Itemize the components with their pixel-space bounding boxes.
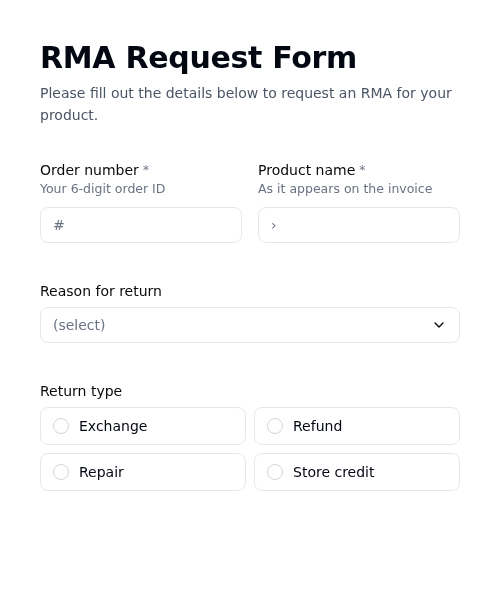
order-number-description: Your 6-digit order ID xyxy=(40,180,242,199)
return-type-option-exchange[interactable]: Exchange xyxy=(40,407,246,445)
order-number-field: Order number * Your 6-digit order ID xyxy=(40,162,242,243)
chevron-down-icon xyxy=(431,317,447,333)
product-name-label-text: Product name xyxy=(258,162,355,178)
radio-indicator-icon xyxy=(53,418,69,434)
order-number-label: Order number * xyxy=(40,162,242,178)
return-type-option-label: Repair xyxy=(79,464,124,480)
product-name-description: As it appears on the invoice xyxy=(258,180,460,199)
return-type-section: Return type Exchange Refund Repair Store… xyxy=(40,383,460,491)
required-asterisk: * xyxy=(143,163,149,177)
order-number-label-text: Order number xyxy=(40,162,139,178)
reason-select-placeholder: (select) xyxy=(53,317,106,333)
product-name-label: Product name * xyxy=(258,162,460,178)
return-type-option-refund[interactable]: Refund xyxy=(254,407,460,445)
return-type-label: Return type xyxy=(40,383,460,399)
reason-section: Reason for return (select) xyxy=(40,283,460,343)
return-type-option-repair[interactable]: Repair xyxy=(40,453,246,491)
order-number-input[interactable] xyxy=(40,207,242,243)
radio-indicator-icon xyxy=(267,418,283,434)
return-type-option-label: Store credit xyxy=(293,464,374,480)
reason-select[interactable]: (select) xyxy=(40,307,460,343)
reason-label: Reason for return xyxy=(40,283,460,299)
return-type-radiogroup: Exchange Refund Repair Store credit xyxy=(40,407,460,491)
radio-indicator-icon xyxy=(53,464,69,480)
order-product-row: Order number * Your 6-digit order ID Pro… xyxy=(40,162,460,243)
page-subtitle: Please fill out the details below to req… xyxy=(40,83,460,126)
product-name-input[interactable] xyxy=(258,207,460,243)
return-type-option-store-credit[interactable]: Store credit xyxy=(254,453,460,491)
product-name-field: Product name * As it appears on the invo… xyxy=(258,162,460,243)
return-type-option-label: Exchange xyxy=(79,418,147,434)
radio-indicator-icon xyxy=(267,464,283,480)
page-title: RMA Request Form xyxy=(40,40,460,75)
required-asterisk: * xyxy=(359,163,365,177)
return-type-option-label: Refund xyxy=(293,418,342,434)
